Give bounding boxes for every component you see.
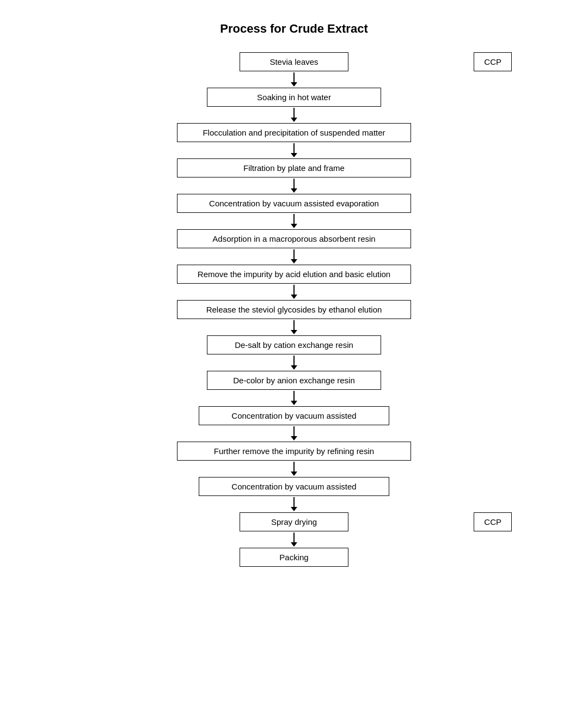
page: Process for Crude Extract Stevia leaves … [11, 11, 577, 693]
arrow-line [293, 72, 295, 82]
arrow-14 [291, 532, 297, 547]
arrow-head [291, 401, 297, 405]
row-soaking: Soaking in hot water [11, 88, 577, 107]
page-title: Process for Crude Extract [220, 22, 367, 36]
box-stevia: Stevia leaves [240, 52, 348, 71]
flowchart: Stevia leaves CCP Soaking in hot water F… [11, 52, 577, 567]
box-spray: Spray drying [240, 512, 348, 531]
arrow-head [291, 436, 297, 440]
box-flocculation: Flocculation and precipitation of suspen… [177, 123, 411, 142]
arrow-head [291, 542, 297, 547]
row-release: Release the steviol glycosides by ethano… [11, 300, 577, 319]
arrow-line [293, 426, 295, 436]
arrow-line [293, 462, 295, 472]
box-concentration2: Concentration by vacuum assisted [199, 406, 389, 425]
ccp-box-2: CCP [474, 512, 512, 531]
box-further-remove: Further remove the impurity by refining … [177, 442, 411, 461]
ccp-box-1: CCP [474, 52, 512, 71]
arrow-12 [291, 462, 297, 476]
row-concentration1: Concentration by vacuum assisted evapora… [11, 194, 577, 213]
row-packing: Packing [11, 548, 577, 567]
row-decolor: De-color by anion exchange resin [11, 371, 577, 390]
arrow-11 [291, 426, 297, 440]
arrow-head [291, 365, 297, 370]
arrow-head [291, 259, 297, 264]
arrow-line [293, 179, 295, 188]
arrow-7 [291, 285, 297, 299]
box-packing: Packing [240, 548, 348, 567]
arrow-8 [291, 320, 297, 334]
arrow-9 [291, 356, 297, 370]
arrow-head [291, 330, 297, 334]
arrow-2 [291, 108, 297, 122]
box-release: Release the steviol glycosides by ethano… [177, 300, 411, 319]
arrow-line [293, 356, 295, 365]
arrow-head [291, 472, 297, 476]
box-adsorption: Adsorption in a macroporous absorbent re… [177, 229, 411, 248]
row-desalt: De-salt by cation exchange resin [11, 335, 577, 354]
box-decolor: De-color by anion exchange resin [207, 371, 381, 390]
arrow-line [293, 108, 295, 118]
arrow-line [293, 320, 295, 330]
arrow-head [291, 507, 297, 511]
arrow-line [293, 532, 295, 542]
box-filtration: Filtration by plate and frame [177, 158, 411, 177]
arrow-line [293, 497, 295, 507]
row-remove-impurity1: Remove the impurity by acid elution and … [11, 265, 577, 284]
arrow-13 [291, 497, 297, 511]
row-concentration2: Concentration by vacuum assisted [11, 406, 577, 425]
row-adsorption: Adsorption in a macroporous absorbent re… [11, 229, 577, 248]
arrow-4 [291, 179, 297, 193]
arrow-head [291, 118, 297, 122]
arrow-line [293, 249, 295, 259]
box-soaking: Soaking in hot water [207, 88, 381, 107]
box-concentration1: Concentration by vacuum assisted evapora… [177, 194, 411, 213]
arrow-10 [291, 391, 297, 405]
arrow-head [291, 153, 297, 157]
arrow-3 [291, 143, 297, 157]
box-desalt: De-salt by cation exchange resin [207, 335, 381, 354]
arrow-head [291, 188, 297, 193]
arrow-head [291, 82, 297, 87]
row-further-remove: Further remove the impurity by refining … [11, 442, 577, 461]
arrow-line [293, 285, 295, 295]
arrow-5 [291, 214, 297, 228]
arrow-6 [291, 249, 297, 264]
arrow-head [291, 224, 297, 228]
row-filtration: Filtration by plate and frame [11, 158, 577, 177]
row-flocculation: Flocculation and precipitation of suspen… [11, 123, 577, 142]
arrow-1 [291, 72, 297, 87]
arrow-line [293, 391, 295, 401]
row-spray: Spray drying CCP [11, 512, 577, 531]
box-remove-impurity1: Remove the impurity by acid elution and … [177, 265, 411, 284]
row-stevia: Stevia leaves CCP [11, 52, 577, 71]
arrow-head [291, 295, 297, 299]
arrow-line [293, 143, 295, 153]
arrow-line [293, 214, 295, 224]
box-concentration3: Concentration by vacuum assisted [199, 477, 389, 496]
row-concentration3: Concentration by vacuum assisted [11, 477, 577, 496]
